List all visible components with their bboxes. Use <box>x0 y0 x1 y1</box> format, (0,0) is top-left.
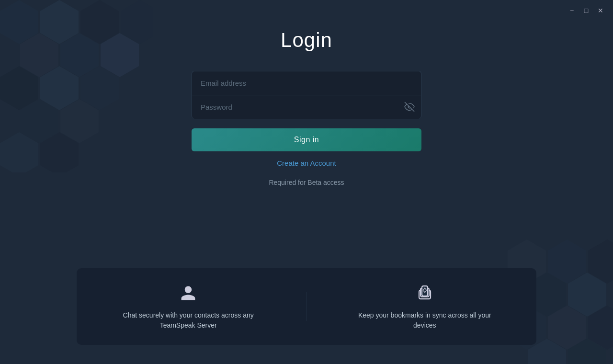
password-field[interactable] <box>192 95 421 119</box>
minimize-button[interactable]: − <box>565 4 579 17</box>
page-title: Login <box>281 29 332 52</box>
feature-item-bookmarks: Keep your bookmarks in sync across all y… <box>358 283 492 330</box>
create-account-link[interactable]: Create an Account <box>192 159 421 167</box>
login-form: Sign in Create an Account Required for B… <box>192 71 421 186</box>
email-field[interactable] <box>192 71 421 95</box>
titlebar: − □ ✕ <box>559 0 613 21</box>
user-icon <box>178 283 199 304</box>
feature-item-chat: Chat securely with your contacts across … <box>121 283 255 330</box>
close-button[interactable]: ✕ <box>594 4 607 17</box>
sign-in-button[interactable]: Sign in <box>192 128 421 151</box>
password-toggle-button[interactable] <box>404 102 415 112</box>
maximize-button[interactable]: □ <box>579 4 593 17</box>
eye-off-icon <box>404 102 415 112</box>
bookmark-icon <box>414 283 435 304</box>
feature-text-bookmarks: Keep your bookmarks in sync across all y… <box>358 310 492 330</box>
feature-text-chat: Chat securely with your contacts across … <box>121 310 255 330</box>
feature-bar: Chat securely with your contacts across … <box>77 268 536 345</box>
password-wrapper <box>192 95 421 119</box>
feature-divider <box>306 292 306 321</box>
beta-notice: Required for Beta access <box>192 179 421 186</box>
main-content: Login Sign in Create an Account Required… <box>0 0 613 186</box>
